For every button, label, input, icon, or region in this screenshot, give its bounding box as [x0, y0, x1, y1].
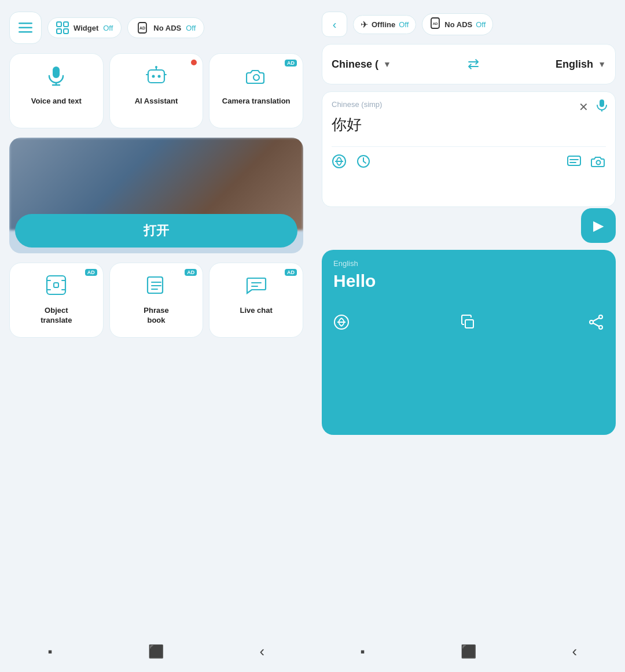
send-icon: ▶ [593, 217, 604, 234]
ads-state-right: Off [476, 20, 486, 29]
right-nav-back[interactable]: ‹ [572, 643, 578, 660]
phrase-book-label: Phrasebook [144, 306, 168, 326]
svg-point-16 [155, 66, 157, 68]
ai-assistant-label: AI Assistant [135, 97, 178, 106]
camera-icon [246, 65, 267, 91]
svg-rect-4 [64, 22, 68, 27]
notification-dot [191, 60, 197, 65]
svg-point-44 [590, 320, 593, 324]
live-chat-label: Live chat [240, 306, 273, 316]
ads-label-right: No ADS [444, 20, 472, 29]
send-button[interactable]: ▶ [581, 208, 616, 243]
offline-toggle[interactable]: ✈ Offline Off [353, 15, 416, 34]
bottom-feature-cards: AD Objecttranslate AD [9, 263, 303, 338]
widget-icon [56, 21, 69, 34]
airplane-icon: ✈ [361, 19, 368, 30]
ads-label-left: No ADS [153, 24, 181, 32]
left-top-bar: Widget Off AD No ADS Off [9, 12, 303, 44]
source-language-selector[interactable]: Chinese ( ▼ [332, 58, 391, 71]
menu-button[interactable] [9, 12, 42, 44]
swap-icon: ⇄ [468, 56, 479, 72]
svg-rect-5 [57, 29, 61, 34]
widget-toggle[interactable]: Widget Off [47, 17, 122, 38]
ads-state-left: Off [186, 24, 196, 32]
send-button-container: ▶ [322, 208, 616, 243]
svg-point-40 [597, 161, 601, 165]
swap-languages-button[interactable]: ⇄ [462, 53, 485, 76]
output-text: Hello [333, 271, 604, 291]
right-top-bar: ‹ ✈ Offline Off AD No ADS Off [322, 12, 616, 37]
output-language-label: English [333, 259, 604, 268]
svg-line-46 [593, 318, 600, 322]
widget-state: Off [103, 24, 113, 32]
voice-input-button[interactable] [595, 99, 608, 115]
bottom-navigation: ▪ ⬛ ‹ ▪ ⬛ ‹ [0, 633, 625, 672]
ads-icon-left: AD [136, 21, 149, 34]
ai-translate-icon[interactable] [332, 154, 347, 172]
feature-card-live-chat[interactable]: AD Live chat [209, 263, 303, 338]
svg-rect-12 [148, 70, 164, 83]
feature-card-camera[interactable]: AD Camera translation [209, 53, 303, 128]
camera-translate-icon[interactable] [591, 154, 606, 172]
svg-rect-42 [465, 320, 473, 328]
banner: 打开 [9, 138, 303, 253]
ads-icon-right: AD [429, 17, 441, 31]
svg-rect-33 [600, 99, 604, 107]
target-chevron-icon: ▼ [598, 60, 606, 69]
target-language-selector[interactable]: English ▼ [556, 58, 606, 71]
input-bottom-bar [332, 146, 606, 172]
feature-card-ai-assistant[interactable]: AI Assistant [109, 53, 204, 128]
ad-badge-phrase: AD [185, 269, 197, 276]
feature-card-voice-text[interactable]: Voice and text [9, 53, 104, 128]
left-bottom-nav: ▪ ⬛ ‹ [0, 643, 312, 660]
clear-input-button[interactable]: ✕ [579, 100, 589, 114]
input-text[interactable]: 你好 [332, 115, 606, 135]
left-nav-square[interactable]: ▪ [48, 644, 53, 659]
output-area: English Hello [322, 250, 616, 435]
language-selector: Chinese ( ▼ ⇄ English ▼ [322, 44, 616, 84]
svg-rect-3 [57, 22, 61, 27]
ai-assistant-icon [146, 65, 167, 91]
phrase-book-icon [146, 275, 167, 300]
svg-rect-37 [568, 156, 580, 165]
feature-card-phrase-book[interactable]: AD Phrasebook [109, 263, 204, 338]
left-nav-circle[interactable]: ⬛ [148, 644, 164, 659]
right-panel: ‹ ✈ Offline Off AD No ADS Off [312, 0, 625, 633]
source-chevron-icon: ▼ [383, 60, 391, 69]
output-ai-icon[interactable] [333, 314, 350, 334]
svg-point-43 [599, 315, 602, 319]
banner-open-button[interactable]: 打开 [15, 214, 297, 248]
share-output-button[interactable] [588, 314, 604, 334]
back-button[interactable]: ‹ [322, 12, 347, 37]
ads-toggle-right[interactable]: AD No ADS Off [422, 13, 493, 35]
right-nav-square[interactable]: ▪ [361, 644, 365, 659]
feature-cards-row: Voice and text AI Assistant [9, 53, 303, 128]
text-message-icon[interactable] [567, 154, 582, 172]
history-icon[interactable] [356, 154, 371, 172]
feature-card-object-translate[interactable]: AD Objecttranslate [9, 263, 104, 338]
svg-rect-21 [54, 283, 58, 287]
object-translate-label: Objecttranslate [41, 306, 72, 326]
svg-rect-9 [53, 67, 60, 78]
camera-translation-label: Camera translation [222, 97, 291, 106]
right-bottom-nav: ▪ ⬛ ‹ [312, 643, 625, 660]
left-panel: Widget Off AD No ADS Off [0, 0, 312, 633]
svg-point-45 [599, 326, 602, 329]
right-nav-circle[interactable]: ⬛ [461, 644, 476, 659]
copy-output-button[interactable] [461, 314, 477, 334]
svg-point-13 [152, 75, 155, 78]
svg-rect-2 [19, 31, 32, 33]
live-chat-icon [246, 275, 267, 300]
target-language-name: English [556, 58, 593, 71]
microphone-icon [46, 65, 67, 91]
svg-line-47 [593, 323, 600, 327]
svg-text:AD: AD [433, 22, 438, 25]
svg-rect-0 [19, 23, 32, 24]
input-language-label: Chinese (simp) [332, 100, 606, 109]
offline-label: Offline [372, 20, 395, 29]
left-nav-back[interactable]: ‹ [260, 643, 265, 660]
ads-toggle-left[interactable]: AD No ADS Off [127, 17, 204, 38]
output-bottom-bar [333, 314, 604, 334]
widget-label: Widget [73, 24, 98, 32]
svg-text:AD: AD [139, 26, 145, 30]
